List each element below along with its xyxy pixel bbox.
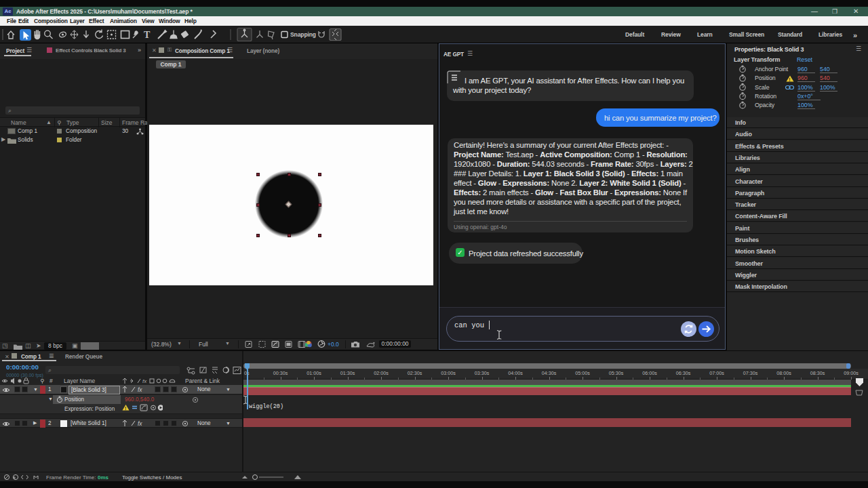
svg-text:!: !: [789, 77, 790, 82]
svg-text:T: T: [144, 30, 151, 40]
svg-text:fx: fx: [142, 378, 147, 384]
svg-text:fx: fx: [138, 386, 142, 393]
svg-text:fx: fx: [138, 420, 142, 427]
svg-text:!: !: [125, 406, 126, 411]
